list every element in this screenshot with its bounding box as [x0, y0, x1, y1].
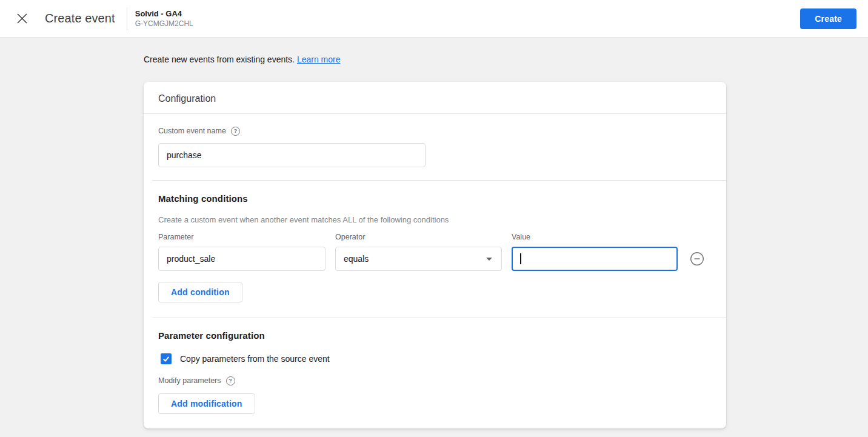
main-content: Create new events from existing events. … — [0, 38, 868, 429]
copy-parameters-label: Copy parameters from the source event — [180, 354, 330, 364]
custom-event-section: Custom event name purchase — [144, 114, 726, 180]
app-bar: Create event Solvid - GA4 G-YCMGJM2CHL C… — [0, 0, 868, 38]
custom-event-name-label-row: Custom event name — [158, 127, 240, 136]
value-column-label: Value — [512, 233, 678, 241]
text-cursor — [520, 253, 521, 264]
add-modification-button[interactable]: Add modification — [158, 393, 255, 414]
create-button[interactable]: Create — [800, 8, 856, 29]
property-name: Solvid - GA4 — [135, 10, 193, 18]
modify-parameters-row: Modify parameters — [158, 375, 712, 385]
custom-event-name-input[interactable]: purchase — [158, 143, 426, 167]
learn-more-link[interactable]: Learn more — [297, 55, 341, 64]
custom-event-name-label: Custom event name — [158, 127, 226, 135]
parameter-input[interactable]: product_sale — [158, 247, 326, 271]
copy-parameters-row: Copy parameters from the source event — [158, 353, 712, 364]
intro-text-body: Create new events from existing events. — [144, 55, 297, 64]
operator-column-label: Operator — [335, 233, 502, 241]
configuration-card: Configuration Custom event name purchase… — [144, 82, 726, 429]
card-title: Configuration — [144, 82, 726, 114]
property-id: G-YCMGJM2CHL — [135, 20, 193, 27]
matching-conditions-section: Matching conditions Create a custom even… — [144, 181, 726, 318]
intro-text: Create new events from existing events. … — [144, 38, 868, 64]
page-title: Create event — [45, 12, 115, 25]
parameter-configuration-section: Parameter configuration Copy parameters … — [144, 318, 726, 429]
parameter-configuration-title: Parameter configuration — [158, 330, 712, 341]
minus-circle-icon — [690, 252, 704, 266]
app-bar-divider — [127, 7, 127, 30]
checkmark-icon — [162, 355, 170, 363]
operator-select[interactable]: equals — [335, 247, 502, 271]
value-input[interactable] — [512, 247, 678, 271]
condition-column-labels: Parameter Operator Value — [158, 233, 712, 241]
modify-parameters-label-row: Modify parameters — [158, 376, 235, 385]
condition-row: product_sale equals — [158, 247, 712, 271]
matching-conditions-title: Matching conditions — [158, 193, 712, 204]
modify-parameters-label: Modify parameters — [158, 376, 221, 385]
operator-selected-value: equals — [344, 254, 369, 264]
close-icon — [16, 13, 28, 24]
close-button[interactable] — [15, 12, 29, 26]
add-condition-button[interactable]: Add condition — [158, 282, 242, 302]
matching-conditions-description: Create a custom event when another event… — [158, 215, 712, 224]
property-info: Solvid - GA4 G-YCMGJM2CHL — [135, 10, 193, 27]
copy-parameters-checkbox[interactable] — [161, 353, 172, 364]
chevron-down-icon — [486, 258, 492, 261]
help-icon[interactable] — [226, 376, 235, 385]
parameter-column-label: Parameter — [158, 233, 326, 241]
remove-condition-button[interactable] — [690, 252, 704, 266]
help-icon[interactable] — [231, 127, 240, 136]
